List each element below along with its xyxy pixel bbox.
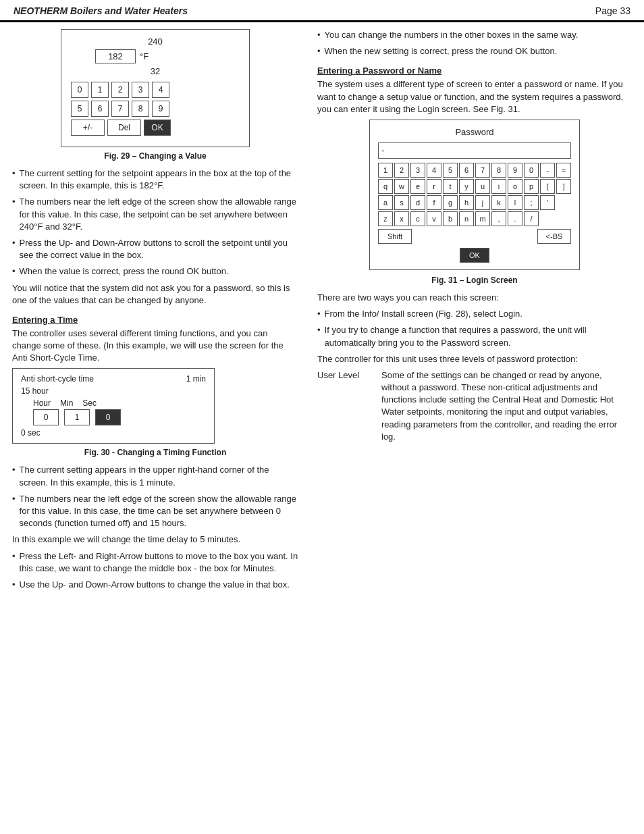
pwd-key-comma[interactable]: ,: [491, 211, 506, 226]
pwd-key-lbracket[interactable]: [: [540, 179, 555, 194]
key-3[interactable]: 3: [132, 82, 149, 98]
entering-password-body: The system uses a different type of scre…: [317, 78, 632, 115]
pwd-key-h[interactable]: h: [459, 195, 474, 210]
pwd-key-o[interactable]: o: [508, 179, 522, 194]
entering-time-body: The controller uses several different ti…: [12, 328, 298, 365]
fig30-bullets: The current setting appears in the upper…: [12, 464, 298, 529]
fig31-box: Password - 1 2 3 4 5 6 7 8 9 0 - =: [369, 120, 580, 270]
fig30-bullets2: Press the Left- and Right-Arrow buttons …: [12, 550, 298, 592]
fig29-bullet-4: When the value is correct, press the rou…: [12, 265, 298, 278]
pwd-key-r[interactable]: r: [427, 179, 441, 194]
key-0[interactable]: 0: [71, 82, 88, 98]
pwd-key-equal[interactable]: =: [556, 163, 571, 178]
pwd-key-x[interactable]: x: [394, 211, 409, 226]
pwd-key-slash[interactable]: /: [524, 211, 539, 226]
fig31-body1: There are two ways you can reach this sc…: [317, 292, 632, 304]
fig30-bullet2-2: Use the Up- and Down-Arrow buttons to ch…: [12, 579, 298, 591]
pwd-key-0[interactable]: 0: [524, 163, 539, 178]
right-bullet-2: When the new setting is correct, press t…: [317, 45, 632, 57]
pwd-key-u[interactable]: u: [475, 179, 490, 194]
pwd-key-y[interactable]: y: [459, 179, 474, 194]
fig30-hms-boxes: 0 1 0: [33, 409, 206, 425]
pwd-key-4[interactable]: 4: [427, 163, 441, 178]
pwd-key-g[interactable]: g: [443, 195, 458, 210]
pwd-key-quote[interactable]: ': [540, 195, 555, 210]
fig29-high: 240: [71, 36, 240, 47]
fig29-bullets: The current setting for the setpoint app…: [12, 167, 298, 278]
pwd-key-l[interactable]: l: [508, 195, 522, 210]
pwd-key-k[interactable]: k: [491, 195, 506, 210]
fig29-bullet-2: The numbers near the left edge of the sc…: [12, 196, 298, 233]
pwd-key-t[interactable]: t: [443, 179, 458, 194]
pwd-key-v[interactable]: v: [427, 211, 441, 226]
pwd-key-7[interactable]: 7: [475, 163, 490, 178]
pwd-key-j[interactable]: j: [475, 195, 490, 210]
pwd-key-semicolon[interactable]: ;: [524, 195, 539, 210]
key-4[interactable]: 4: [152, 82, 169, 98]
pwd-key-a[interactable]: a: [378, 195, 393, 210]
right-bullets1: You can change the numbers in the other …: [317, 29, 632, 57]
pwd-key-1[interactable]: 1: [378, 163, 393, 178]
key-1[interactable]: 1: [91, 82, 109, 98]
pwd-key-w[interactable]: w: [394, 179, 409, 194]
pwd-key-d[interactable]: d: [410, 195, 425, 210]
key-plusminus[interactable]: +/-: [71, 120, 105, 136]
pwd-key-6[interactable]: 6: [459, 163, 474, 178]
fig30-box: Anti short-cycle time 1 min 15 hour Hour…: [12, 368, 215, 444]
pwd-key-p[interactable]: p: [524, 179, 539, 194]
key-ok[interactable]: OK: [144, 120, 171, 136]
fig29-bullet-3: Press the Up- and Down-Arrow buttons to …: [12, 237, 298, 261]
fig29-value-row: 182 °F: [71, 49, 240, 63]
key-6[interactable]: 6: [91, 101, 109, 117]
fig31-bullets: From the Info/ Install screen (Fig. 28),…: [317, 308, 632, 349]
keypad-row2: 5 6 7 8 9: [71, 101, 240, 117]
pwd-key-c[interactable]: c: [410, 211, 425, 226]
fig30-bullet-2: The numbers near the left edge of the sc…: [12, 493, 298, 530]
fig30-hms-labels: Hour Min Sec: [33, 398, 206, 408]
fig30-sec: 0 sec: [21, 428, 206, 438]
fig31-wrapper: Password - 1 2 3 4 5 6 7 8 9 0 - =: [317, 120, 632, 285]
pwd-key-5[interactable]: 5: [443, 163, 458, 178]
pwd-key-period[interactable]: .: [508, 211, 522, 226]
pwd-key-2[interactable]: 2: [394, 163, 409, 178]
pwd-row1: 1 2 3 4 5 6 7 8 9 0 - =: [378, 163, 571, 178]
pwd-cursor: -: [381, 145, 384, 155]
pwd-input[interactable]: -: [378, 142, 571, 159]
pwd-key-8[interactable]: 8: [491, 163, 506, 178]
fig29-keypad: 0 1 2 3 4 5 6 7 8 9 +/-: [71, 82, 240, 136]
pwd-key-n[interactable]: n: [459, 211, 474, 226]
pwd-key-e[interactable]: e: [410, 179, 425, 194]
key-7[interactable]: 7: [111, 101, 129, 117]
page-header: NEOTHERM Boilers and Water Heaters Page …: [0, 0, 644, 22]
hms-hour-box[interactable]: 0: [33, 409, 59, 425]
pwd-key-q[interactable]: q: [378, 179, 393, 194]
pwd-key-z[interactable]: z: [378, 211, 393, 226]
pwd-key-3[interactable]: 3: [410, 163, 425, 178]
backspace-button[interactable]: <-BS: [537, 229, 571, 244]
pwd-key-i[interactable]: i: [491, 179, 506, 194]
pwd-key-rbracket[interactable]: ]: [556, 179, 571, 194]
fig30-wrapper: Anti short-cycle time 1 min 15 hour Hour…: [12, 368, 298, 457]
fig30-bullet2-1: Press the Left- and Right-Arrow buttons …: [12, 550, 298, 575]
pwd-key-minus[interactable]: -: [540, 163, 555, 178]
fig30-top-left: Anti short-cycle time: [21, 374, 94, 384]
pwd-key-b[interactable]: b: [443, 211, 458, 226]
key-2[interactable]: 2: [111, 82, 129, 98]
pwd-ok-button[interactable]: OK: [460, 248, 489, 263]
header-title: NEOTHERM Boilers and Water Heaters: [14, 5, 188, 16]
key-8[interactable]: 8: [132, 101, 149, 117]
key-del[interactable]: Del: [107, 120, 141, 136]
pwd-key-s[interactable]: s: [394, 195, 409, 210]
key-5[interactable]: 5: [71, 101, 88, 117]
keypad-row1: 0 1 2 3 4: [71, 82, 240, 98]
pwd-key-9[interactable]: 9: [508, 163, 522, 178]
pwd-key-f[interactable]: f: [427, 195, 441, 210]
keypad-row3: +/- Del OK: [71, 120, 240, 136]
fig30-hour: 15 hour: [21, 386, 206, 396]
pwd-key-m[interactable]: m: [475, 211, 490, 226]
fig31-body2: The controller for this unit uses three …: [317, 353, 632, 365]
hms-sec-box[interactable]: 0: [95, 409, 121, 425]
key-9[interactable]: 9: [152, 101, 169, 117]
shift-button[interactable]: Shift: [378, 229, 412, 244]
hms-min-box[interactable]: 1: [64, 409, 90, 425]
